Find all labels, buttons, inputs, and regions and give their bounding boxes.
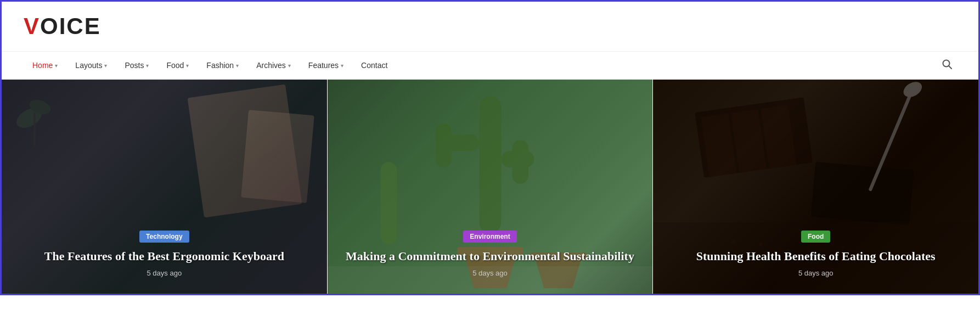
nav-item-food[interactable]: Food ▾: [157, 51, 198, 80]
nav-item-home[interactable]: Home ▾: [24, 51, 66, 80]
nav-label-features: Features: [308, 61, 339, 70]
nav-item-posts[interactable]: Posts ▾: [116, 51, 157, 80]
chevron-icon: ▾: [341, 63, 343, 69]
nav-label-contact: Contact: [361, 61, 387, 70]
category-badge-technology[interactable]: Technology: [139, 231, 189, 243]
category-badge-environment[interactable]: Environment: [463, 231, 516, 243]
nav-label-home: Home: [32, 61, 53, 70]
nav-label-food: Food: [166, 61, 184, 70]
nav-item-archives[interactable]: Archives ▾: [247, 51, 300, 80]
card-food[interactable]: Food Stunning Health Benefits of Eating …: [652, 80, 978, 294]
card-technology[interactable]: Technology The Features of the Best Ergo…: [2, 80, 327, 294]
card-time-2: 5 days ago: [344, 269, 637, 277]
card-time-1: 5 days ago: [18, 269, 311, 277]
search-button[interactable]: [938, 55, 956, 76]
nav-items: Home ▾ Layouts ▾ Posts ▾ Food ▾ Fashion …: [24, 51, 938, 80]
nav-item-contact[interactable]: Contact: [352, 51, 396, 80]
category-badge-food[interactable]: Food: [801, 231, 830, 243]
logo-text: OICE: [40, 13, 101, 39]
card-environment[interactable]: Environment Making a Commitment to Envir…: [327, 80, 653, 294]
card-title-3: Stunning Health Benefits of Eating Choco…: [669, 248, 962, 265]
chevron-icon: ▾: [104, 63, 107, 69]
card-content-2: Environment Making a Commitment to Envir…: [328, 220, 653, 294]
featured-cards: Technology The Features of the Best Ergo…: [2, 80, 978, 294]
chevron-icon: ▾: [146, 63, 149, 69]
card-title-2: Making a Commitment to Environmental Sus…: [344, 248, 637, 265]
site-logo[interactable]: VOICE: [24, 13, 101, 40]
chevron-icon: ▾: [236, 63, 239, 69]
card-content-3: Food Stunning Health Benefits of Eating …: [653, 220, 978, 294]
nav-item-features[interactable]: Features ▾: [300, 51, 352, 80]
nav-label-posts: Posts: [125, 61, 144, 70]
main-nav: Home ▾ Layouts ▾ Posts ▾ Food ▾ Fashion …: [2, 51, 978, 80]
nav-item-layouts[interactable]: Layouts ▾: [66, 51, 116, 80]
chevron-icon: ▾: [288, 63, 291, 69]
nav-label-fashion: Fashion: [206, 61, 234, 70]
card-time-3: 5 days ago: [669, 269, 962, 277]
card-title-1: The Features of the Best Ergonomic Keybo…: [18, 248, 311, 265]
card-content-1: Technology The Features of the Best Ergo…: [2, 220, 327, 294]
site-header: VOICE: [2, 2, 978, 51]
nav-item-fashion[interactable]: Fashion ▾: [198, 51, 247, 80]
search-icon: [942, 59, 952, 69]
nav-label-archives: Archives: [256, 61, 286, 70]
nav-label-layouts: Layouts: [75, 61, 102, 70]
svg-line-1: [949, 66, 951, 69]
chevron-icon: ▾: [186, 63, 189, 69]
logo-v: V: [24, 13, 40, 39]
chevron-icon: ▾: [55, 63, 58, 69]
